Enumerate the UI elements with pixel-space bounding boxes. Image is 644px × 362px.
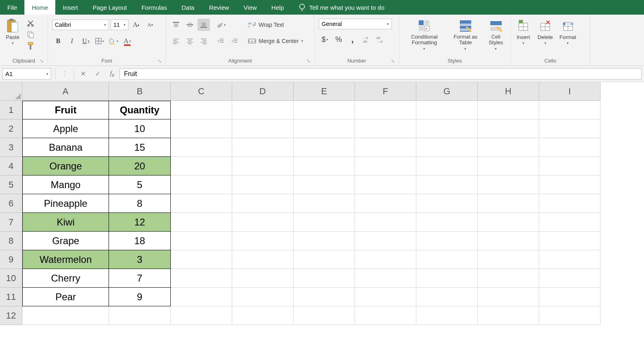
dialog-launcher-icon[interactable]: ⤡: [391, 59, 395, 64]
cell-G10[interactable]: [416, 269, 478, 288]
cell-I1[interactable]: [539, 101, 600, 119]
cell-A1[interactable]: Fruit: [22, 101, 109, 119]
tab-home[interactable]: Home: [24, 0, 55, 15]
cell-E12[interactable]: [294, 306, 355, 325]
paste-button[interactable]: Paste ▾: [2, 17, 23, 47]
cell-C5[interactable]: [171, 176, 232, 194]
cell-A2[interactable]: Apple: [22, 119, 109, 138]
increase-indent-icon[interactable]: [228, 35, 241, 47]
cell-I12[interactable]: [539, 306, 600, 325]
column-header-E[interactable]: E: [294, 82, 355, 101]
align-center-icon[interactable]: [184, 35, 196, 47]
font-color-button[interactable]: A: [121, 35, 133, 47]
cell-E6[interactable]: [294, 194, 355, 213]
cell-F7[interactable]: [355, 213, 416, 232]
format-cells-button[interactable]: Format▾: [557, 17, 579, 47]
cell-E3[interactable]: [294, 138, 355, 157]
column-header-B[interactable]: B: [109, 82, 171, 101]
cell-A10[interactable]: Cherry: [22, 269, 109, 288]
cell-C8[interactable]: [171, 232, 232, 250]
cell-A3[interactable]: Banana: [22, 138, 109, 157]
cell-C11[interactable]: [171, 288, 232, 306]
cell-I6[interactable]: [539, 194, 600, 213]
row-header-7[interactable]: 7: [0, 213, 22, 232]
cell-B10[interactable]: 7: [109, 269, 171, 288]
cell-F4[interactable]: [355, 157, 416, 176]
cell-I8[interactable]: [539, 232, 600, 250]
cell-E9[interactable]: [294, 250, 355, 269]
cell-G4[interactable]: [416, 157, 478, 176]
cell-H8[interactable]: [478, 232, 539, 250]
cell-H3[interactable]: [478, 138, 539, 157]
cell-D7[interactable]: [232, 213, 294, 232]
increase-decimal-icon[interactable]: ←.0.00: [360, 33, 372, 46]
select-all-corner[interactable]: [0, 82, 22, 101]
cell-E7[interactable]: [294, 213, 355, 232]
cell-B9[interactable]: 3: [109, 250, 171, 269]
cut-icon[interactable]: [26, 19, 35, 28]
align-right-icon[interactable]: [198, 35, 210, 47]
row-header-10[interactable]: 10: [0, 269, 22, 288]
cell-G1[interactable]: [416, 101, 478, 119]
row-header-9[interactable]: 9: [0, 250, 22, 269]
decrease-indent-icon[interactable]: [215, 35, 227, 47]
cell-B4[interactable]: 20: [109, 157, 171, 176]
cell-A11[interactable]: Pear: [22, 288, 109, 306]
cell-I7[interactable]: [539, 213, 600, 232]
cell-C12[interactable]: [171, 306, 232, 325]
row-header-3[interactable]: 3: [0, 138, 22, 157]
cell-B5[interactable]: 5: [109, 176, 171, 194]
underline-button[interactable]: U: [80, 35, 92, 47]
merge-center-button[interactable]: aMerge & Center▾: [246, 35, 306, 47]
number-format-select[interactable]: General▾: [319, 19, 392, 29]
cell-E10[interactable]: [294, 269, 355, 288]
enter-icon[interactable]: ✓: [90, 68, 105, 80]
cell-A6[interactable]: Pineapple: [22, 194, 109, 213]
cell-I11[interactable]: [539, 288, 600, 306]
cell-B11[interactable]: 9: [109, 288, 171, 306]
cell-H9[interactable]: [478, 250, 539, 269]
cell-A5[interactable]: Mango: [22, 176, 109, 194]
percent-button[interactable]: %: [333, 33, 345, 46]
cell-G3[interactable]: [416, 138, 478, 157]
tell-me-search[interactable]: Tell me what you want to do: [291, 0, 384, 15]
cell-H12[interactable]: [478, 306, 539, 325]
cell-A12[interactable]: [22, 306, 109, 325]
column-header-C[interactable]: C: [171, 82, 232, 101]
cell-D6[interactable]: [232, 194, 294, 213]
cell-H5[interactable]: [478, 176, 539, 194]
cell-F11[interactable]: [355, 288, 416, 306]
wrap-text-button[interactable]: abcWrap Text: [246, 19, 306, 31]
insert-cells-button[interactable]: Insert▾: [513, 17, 533, 47]
cell-H6[interactable]: [478, 194, 539, 213]
align-left-icon[interactable]: [170, 35, 182, 47]
cell-B8[interactable]: 18: [109, 232, 171, 250]
cell-D12[interactable]: [232, 306, 294, 325]
cell-F6[interactable]: [355, 194, 416, 213]
font-name-select[interactable]: Calibri▾: [52, 20, 109, 30]
increase-font-icon[interactable]: A▴: [130, 19, 142, 31]
cell-A8[interactable]: Grape: [22, 232, 109, 250]
cell-H11[interactable]: [478, 288, 539, 306]
column-header-D[interactable]: D: [232, 82, 294, 101]
cell-C9[interactable]: [171, 250, 232, 269]
cell-E8[interactable]: [294, 232, 355, 250]
formula-input[interactable]: Fruit: [120, 68, 642, 80]
cancel-icon[interactable]: ✕: [76, 68, 90, 80]
tab-view[interactable]: View: [236, 0, 264, 15]
format-as-table-button[interactable]: Format as Table▾: [449, 17, 483, 52]
cell-G9[interactable]: [416, 250, 478, 269]
cell-D3[interactable]: [232, 138, 294, 157]
cell-D10[interactable]: [232, 269, 294, 288]
cell-A9[interactable]: Watermelon: [22, 250, 109, 269]
cell-H10[interactable]: [478, 269, 539, 288]
row-header-11[interactable]: 11: [0, 288, 22, 306]
cell-C3[interactable]: [171, 138, 232, 157]
tab-formulas[interactable]: Formulas: [134, 0, 174, 15]
cell-B3[interactable]: 15: [109, 138, 171, 157]
cell-F9[interactable]: [355, 250, 416, 269]
cell-H4[interactable]: [478, 157, 539, 176]
cell-E11[interactable]: [294, 288, 355, 306]
dialog-launcher-icon[interactable]: ⤡: [307, 59, 310, 64]
cell-I5[interactable]: [539, 176, 600, 194]
